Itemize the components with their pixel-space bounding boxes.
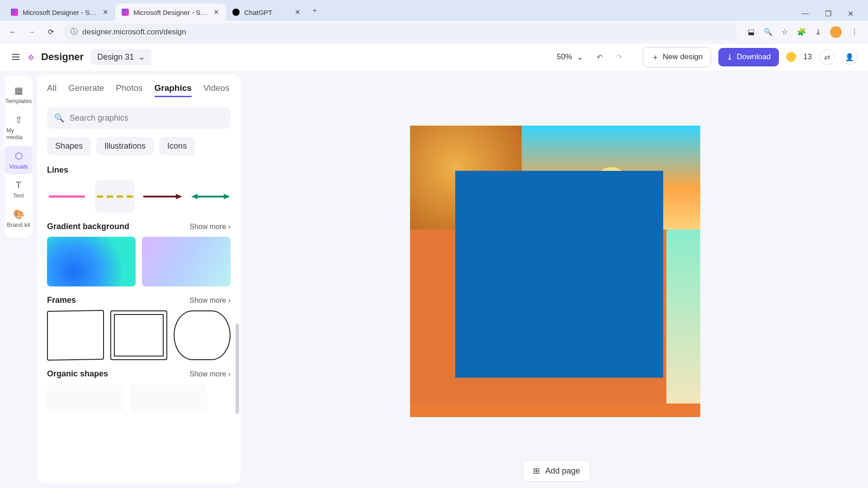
design-title-dropdown[interactable]: Design 31 ⌄	[91, 49, 151, 65]
line-arrow-dark[interactable]	[143, 180, 183, 213]
search-input[interactable]: 🔍 Search graphics	[47, 107, 231, 129]
line-solid-pink[interactable]	[47, 180, 87, 213]
gradient-blue-teal[interactable]	[47, 237, 136, 286]
minimize-icon[interactable]: —	[802, 9, 809, 18]
account-icon[interactable]: 👤	[842, 49, 857, 65]
show-more-gradient[interactable]: Show more ›	[189, 223, 231, 231]
frame-ornate[interactable]	[174, 310, 231, 360]
chevron-down-icon: ⌄	[138, 52, 145, 62]
canvas-image-beach[interactable]	[666, 230, 700, 408]
add-page-label: Add page	[545, 466, 580, 476]
back-icon[interactable]: ←	[6, 28, 19, 36]
tab-generate[interactable]: Generate	[68, 83, 104, 97]
share-icon[interactable]: ⇄	[819, 49, 835, 65]
designer-favicon	[11, 9, 18, 16]
close-icon[interactable]: ✕	[213, 8, 220, 16]
tab-photos[interactable]: Photos	[116, 83, 142, 97]
rail-text[interactable]: T Text	[5, 175, 33, 203]
line-dashed-yellow[interactable]	[95, 180, 135, 213]
svg-marker-3	[176, 194, 182, 199]
rail-label: Text	[13, 192, 24, 199]
tab-videos[interactable]: Videos	[203, 83, 230, 97]
bookmark-icon[interactable]: ☆	[782, 28, 788, 36]
canvas-bg-strip	[410, 404, 700, 417]
upload-icon: ⇧	[15, 114, 23, 125]
profile-avatar[interactable]	[830, 26, 842, 38]
tab-bar: Microsoft Designer - Stunning ✕ Microsof…	[0, 0, 868, 21]
panel-scrollbar[interactable]	[236, 324, 239, 414]
organic-shape-2[interactable]	[130, 384, 207, 411]
extensions-icon[interactable]: 🧩	[797, 28, 806, 36]
maximize-icon[interactable]: ❐	[825, 9, 831, 18]
plus-square-icon: ⊞	[533, 466, 540, 476]
brand-name: Designer	[41, 51, 84, 63]
canvas-shape-blue-rect[interactable]	[455, 171, 663, 378]
tab-all[interactable]: All	[47, 83, 57, 97]
search-placeholder: Search graphics	[70, 113, 128, 123]
show-more-organic[interactable]: Show more ›	[189, 370, 231, 378]
forward-icon[interactable]: →	[25, 28, 38, 36]
close-icon[interactable]: ✕	[103, 8, 109, 16]
chip-icons[interactable]: Icons	[159, 137, 195, 155]
browser-tab[interactable]: ChatGPT ✕	[226, 4, 307, 21]
frame-sketch[interactable]	[47, 310, 104, 361]
rail-visuals[interactable]: ⬡ Visuals	[5, 146, 33, 174]
browser-tab[interactable]: Microsoft Designer - Stunning ✕	[5, 4, 115, 21]
rail-templates[interactable]: ▦ Templates	[5, 80, 33, 109]
design-canvas[interactable]	[410, 126, 700, 417]
downloads-icon[interactable]: ⤓	[815, 28, 821, 36]
site-info-icon[interactable]: ⓘ	[71, 27, 78, 37]
rail-my-media[interactable]: ⇧ My media	[5, 110, 33, 145]
install-app-icon[interactable]: ⬓	[748, 28, 755, 36]
new-design-button[interactable]: ＋ New design	[643, 47, 712, 67]
chip-illustrations[interactable]: Illustrations	[96, 137, 154, 155]
palette-icon: 🎨	[13, 209, 24, 220]
text-icon: T	[16, 180, 21, 190]
new-tab-icon[interactable]: ＋	[311, 6, 318, 15]
templates-icon: ▦	[14, 85, 23, 96]
line-double-arrow-green[interactable]	[191, 180, 231, 213]
add-page-button[interactable]: ⊞ Add page	[523, 460, 590, 482]
close-window-icon[interactable]: ✕	[848, 9, 854, 18]
rail-label: Brand kit	[7, 221, 30, 228]
section-frames: Frames	[47, 296, 76, 305]
svg-marker-6	[224, 194, 230, 199]
tab-title: ChatGPT	[244, 9, 290, 16]
browser-tab-active[interactable]: Microsoft Designer - Stunning ✕	[115, 4, 226, 21]
gradient-pastel[interactable]	[142, 237, 231, 286]
chevron-down-icon: ⌄	[577, 52, 583, 62]
undo-icon[interactable]: ↶	[597, 53, 603, 61]
visuals-icon: ⬡	[15, 150, 23, 161]
plus-icon: ＋	[651, 52, 659, 62]
svg-marker-4	[191, 194, 198, 199]
chip-shapes[interactable]: Shapes	[47, 137, 91, 155]
canvas-area[interactable]: ⊞ Add page	[245, 70, 868, 488]
redo-icon: ↷	[616, 53, 622, 61]
zoom-dropdown[interactable]: 50% ⌄	[557, 52, 583, 62]
show-more-frames[interactable]: Show more ›	[189, 296, 231, 305]
coin-count: 13	[803, 52, 812, 61]
download-button[interactable]: ⤓ Download	[718, 48, 779, 66]
app-header: ⟐ Designer Design 31 ⌄ 50% ⌄ ↶ ↷ ＋ New d…	[0, 43, 868, 70]
reload-icon[interactable]: ⟳	[44, 28, 57, 36]
menu-icon[interactable]	[11, 52, 21, 62]
download-icon: ⤓	[726, 52, 733, 62]
tab-title: Microsoft Designer - Stunning	[133, 9, 209, 16]
visuals-panel: All Generate Photos Graphics Videos 🔍 Se…	[37, 70, 245, 488]
tab-graphics[interactable]: Graphics	[155, 83, 192, 97]
chatgpt-favicon	[232, 9, 240, 16]
left-rail: ▦ Templates ⇧ My media ⬡ Visuals T Text …	[0, 70, 37, 488]
url-text: designer.microsoft.com/design	[82, 28, 186, 37]
organic-shape-1[interactable]	[47, 384, 124, 411]
designer-favicon	[122, 9, 129, 16]
zoom-icon[interactable]: 🔍	[764, 28, 773, 36]
browser-menu-icon[interactable]: ⋮	[851, 28, 858, 36]
url-input[interactable]: ⓘ designer.microsoft.com/design	[63, 23, 738, 41]
frame-double[interactable]	[110, 310, 167, 360]
close-icon[interactable]: ✕	[295, 8, 301, 16]
search-icon: 🔍	[54, 113, 64, 123]
zoom-value: 50%	[557, 52, 572, 61]
designer-logo-icon: ⟐	[28, 51, 34, 63]
rail-brand-kit[interactable]: 🎨 Brand kit	[5, 204, 33, 233]
coin-icon	[786, 52, 796, 62]
